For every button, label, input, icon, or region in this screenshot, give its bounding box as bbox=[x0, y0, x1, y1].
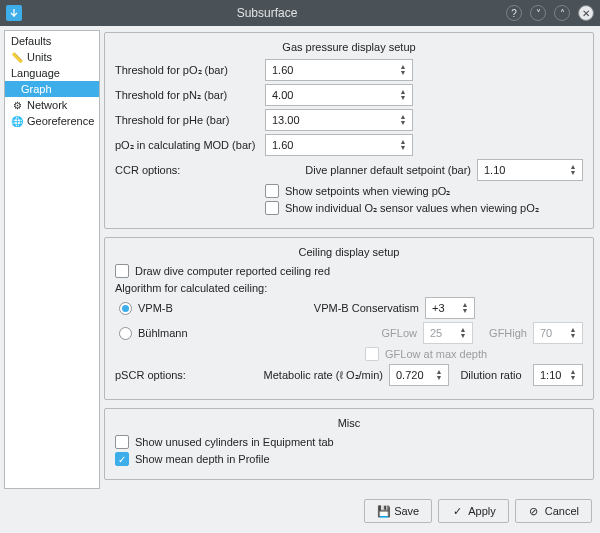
gfhigh-input: 70 ▲▼ bbox=[533, 322, 583, 344]
gflow-label: GFLow bbox=[264, 327, 417, 339]
window-title: Subsurface bbox=[28, 6, 506, 20]
apply-icon: ✓ bbox=[451, 505, 463, 518]
sidebar-item-defaults[interactable]: Defaults bbox=[5, 33, 99, 49]
spin-arrows-icon: ▲▼ bbox=[434, 369, 444, 381]
gas-pressure-group: Gas pressure display setup Threshold for… bbox=[104, 32, 594, 229]
pn2-threshold-label: Threshold for pN₂ (bar) bbox=[115, 89, 259, 102]
globe-icon: 🌐 bbox=[11, 116, 23, 127]
spin-arrows-icon: ▲▼ bbox=[398, 64, 408, 76]
buhlmann-radio[interactable] bbox=[119, 327, 132, 340]
setpoint-input[interactable]: 1.10 ▲▼ bbox=[477, 159, 583, 181]
sidebar-item-label: Graph bbox=[21, 83, 52, 95]
sidebar-item-label: Defaults bbox=[11, 35, 51, 47]
po2-mod-input[interactable]: 1.60 ▲▼ bbox=[265, 134, 413, 156]
po2-mod-label: pO₂ in calculating MOD (bar) bbox=[115, 139, 259, 152]
window-buttons: ? ˅ ˄ ✕ bbox=[506, 5, 594, 21]
sidebar-item-label: Network bbox=[27, 99, 67, 111]
spin-arrows-icon: ▲▼ bbox=[398, 139, 408, 151]
ccr-options-label: CCR options: bbox=[115, 164, 259, 176]
metabolic-rate-input[interactable]: 0.720 ▲▼ bbox=[389, 364, 449, 386]
pn2-threshold-input[interactable]: 4.00 ▲▼ bbox=[265, 84, 413, 106]
unused-cylinders-label: Show unused cylinders in Equipment tab bbox=[135, 436, 334, 448]
settings-panel: Gas pressure display setup Threshold for… bbox=[104, 30, 596, 489]
maximize-button[interactable]: ˄ bbox=[554, 5, 570, 21]
draw-ceiling-red-label: Draw dive computer reported ceiling red bbox=[135, 265, 330, 277]
dialog-buttons: 💾 Save ✓ Apply ⊘ Cancel bbox=[0, 493, 600, 533]
spin-arrows-icon: ▲▼ bbox=[458, 327, 468, 339]
show-sensors-checkbox[interactable] bbox=[265, 201, 279, 215]
phe-threshold-input[interactable]: 13.00 ▲▼ bbox=[265, 109, 413, 131]
cancel-button[interactable]: ⊘ Cancel bbox=[515, 499, 592, 523]
spin-arrows-icon: ▲▼ bbox=[568, 327, 578, 339]
misc-group: Misc Show unused cylinders in Equipment … bbox=[104, 408, 594, 480]
vpmb-radio[interactable] bbox=[119, 302, 132, 315]
sidebar-item-georeference[interactable]: 🌐 Georeference bbox=[5, 113, 99, 129]
group-title: Ceiling display setup bbox=[115, 246, 583, 258]
gflow-input: 25 ▲▼ bbox=[423, 322, 473, 344]
setpoint-label: Dive planner default setpoint (bar) bbox=[265, 164, 471, 176]
po2-threshold-label: Threshold for pO₂ (bar) bbox=[115, 64, 259, 77]
vpmb-cons-input[interactable]: +3 ▲▼ bbox=[425, 297, 475, 319]
sidebar-item-label: Georeference bbox=[27, 115, 94, 127]
units-icon: 📏 bbox=[11, 52, 23, 63]
sidebar-item-graph[interactable]: Graph bbox=[5, 81, 99, 97]
mean-depth-label: Show mean depth in Profile bbox=[135, 453, 270, 465]
save-button[interactable]: 💾 Save bbox=[364, 499, 432, 523]
sidebar-item-language[interactable]: Language bbox=[5, 65, 99, 81]
metabolic-rate-label: Metabolic rate (ℓ O₂/min) bbox=[201, 369, 383, 382]
app-icon bbox=[6, 5, 22, 21]
sidebar-item-label: Units bbox=[27, 51, 52, 63]
mean-depth-checkbox[interactable]: ✓ bbox=[115, 452, 129, 466]
algorithm-label: Algorithm for calculated ceiling: bbox=[115, 282, 583, 294]
show-setpoints-label: Show setpoints when viewing pO₂ bbox=[285, 185, 450, 198]
sidebar: Defaults 📏 Units Language Graph ⚙ Networ… bbox=[4, 30, 100, 489]
titlebar: Subsurface ? ˅ ˄ ✕ bbox=[0, 0, 600, 26]
gflow-maxdepth-label: GFLow at max depth bbox=[385, 348, 487, 360]
apply-button[interactable]: ✓ Apply bbox=[438, 499, 509, 523]
group-title: Gas pressure display setup bbox=[115, 41, 583, 53]
po2-threshold-input[interactable]: 1.60 ▲▼ bbox=[265, 59, 413, 81]
vpmb-label: VPM-B bbox=[138, 302, 258, 314]
spin-arrows-icon: ▲▼ bbox=[398, 114, 408, 126]
minimize-button[interactable]: ˅ bbox=[530, 5, 546, 21]
show-sensors-label: Show individual O₂ sensor values when vi… bbox=[285, 202, 539, 215]
vpmb-cons-label: VPM-B Conservatism bbox=[264, 302, 419, 314]
dilution-ratio-input[interactable]: 1:10 ▲▼ bbox=[533, 364, 583, 386]
dilution-ratio-label: Dilution ratio bbox=[455, 369, 527, 381]
save-icon: 💾 bbox=[377, 505, 389, 518]
unused-cylinders-checkbox[interactable] bbox=[115, 435, 129, 449]
show-setpoints-checkbox[interactable] bbox=[265, 184, 279, 198]
gflow-maxdepth-checkbox bbox=[365, 347, 379, 361]
sidebar-item-units[interactable]: 📏 Units bbox=[5, 49, 99, 65]
ceiling-group: Ceiling display setup Draw dive computer… bbox=[104, 237, 594, 400]
pscr-options-label: pSCR options: bbox=[115, 369, 195, 381]
group-title: Misc bbox=[115, 417, 583, 429]
sidebar-item-network[interactable]: ⚙ Network bbox=[5, 97, 99, 113]
help-button[interactable]: ? bbox=[506, 5, 522, 21]
draw-ceiling-red-checkbox[interactable] bbox=[115, 264, 129, 278]
spin-arrows-icon: ▲▼ bbox=[398, 89, 408, 101]
sidebar-item-label: Language bbox=[11, 67, 60, 79]
gfhigh-label: GFHigh bbox=[479, 327, 527, 339]
close-button[interactable]: ✕ bbox=[578, 5, 594, 21]
buhlmann-label: Bühlmann bbox=[138, 327, 258, 339]
spin-arrows-icon: ▲▼ bbox=[460, 302, 470, 314]
phe-threshold-label: Threshold for pHe (bar) bbox=[115, 114, 259, 126]
spin-arrows-icon: ▲▼ bbox=[568, 369, 578, 381]
cancel-icon: ⊘ bbox=[528, 505, 540, 518]
network-icon: ⚙ bbox=[11, 100, 23, 111]
spin-arrows-icon: ▲▼ bbox=[568, 164, 578, 176]
